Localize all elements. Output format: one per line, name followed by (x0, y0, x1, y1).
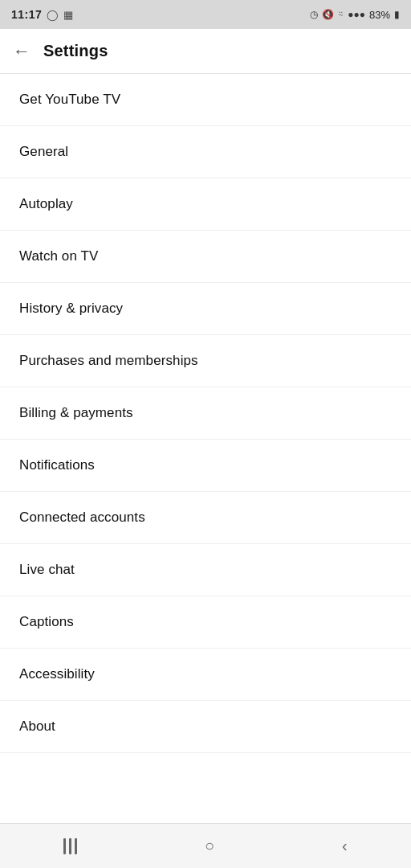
status-bar: 11:17 ◯ ▦ ◷ 🔇 ⍨ ●●● 83% ▮ (0, 0, 411, 29)
nav-back-icon: ‹ (342, 837, 348, 855)
settings-item-about[interactable]: About (0, 701, 411, 753)
status-bar-right: ◷ 🔇 ⍨ ●●● 83% ▮ (310, 9, 400, 21)
page-title: Settings (43, 42, 108, 60)
image-icon: ▦ (63, 9, 73, 21)
nav-bar: ○ ‹ (0, 823, 411, 868)
settings-header: ← Settings (0, 29, 411, 74)
settings-item-watch-on-tv[interactable]: Watch on TV (0, 231, 411, 283)
settings-item-label-notifications: Notifications (19, 457, 95, 473)
settings-item-history-privacy[interactable]: History & privacy (0, 283, 411, 335)
status-bar-left: 11:17 ◯ ▦ (11, 8, 73, 21)
settings-item-connected-accounts[interactable]: Connected accounts (0, 492, 411, 544)
settings-item-label-captions: Captions (19, 614, 74, 630)
menu-icon (63, 838, 77, 854)
settings-item-accessibility[interactable]: Accessibility (0, 649, 411, 701)
alarm-icon: ◷ (310, 9, 318, 20)
settings-item-label-purchases-memberships: Purchases and memberships (19, 353, 198, 369)
settings-item-label-accessibility: Accessibility (19, 666, 95, 682)
settings-item-label-watch-on-tv: Watch on TV (19, 248, 98, 264)
settings-item-label-connected-accounts: Connected accounts (19, 510, 145, 526)
settings-item-label-autoplay: Autoplay (19, 196, 73, 212)
messenger-icon: ◯ (47, 9, 59, 21)
settings-item-purchases-memberships[interactable]: Purchases and memberships (0, 335, 411, 387)
settings-item-notifications[interactable]: Notifications (0, 440, 411, 492)
settings-item-general[interactable]: General (0, 126, 411, 178)
settings-item-captions[interactable]: Captions (0, 596, 411, 649)
settings-item-autoplay[interactable]: Autoplay (0, 178, 411, 231)
settings-item-label-live-chat: Live chat (19, 562, 75, 578)
settings-list: Get YouTube TVGeneralAutoplayWatch on TV… (0, 74, 411, 823)
battery-icon: ▮ (394, 9, 400, 20)
settings-item-label-history-privacy: History & privacy (19, 301, 123, 317)
back-button[interactable]: ← (13, 41, 31, 62)
settings-item-billing-payments[interactable]: Billing & payments (0, 387, 411, 440)
wifi-icon: ⍨ (338, 9, 344, 20)
nav-back-button[interactable]: ‹ (323, 830, 367, 862)
settings-item-live-chat[interactable]: Live chat (0, 544, 411, 596)
mute-icon: 🔇 (322, 9, 334, 20)
settings-item-label-general: General (19, 144, 68, 160)
settings-item-label-billing-payments: Billing & payments (19, 405, 133, 421)
signal-icon: ●●● (348, 9, 365, 20)
battery-level: 83% (369, 9, 390, 21)
settings-item-label-get-youtube-tv: Get YouTube TV (19, 92, 120, 108)
settings-item-label-about: About (19, 719, 55, 735)
nav-menu-button[interactable] (44, 832, 96, 861)
home-circle-icon: ○ (205, 837, 214, 855)
settings-item-get-youtube-tv[interactable]: Get YouTube TV (0, 74, 411, 126)
status-time: 11:17 (11, 8, 42, 21)
nav-home-button[interactable]: ○ (185, 830, 234, 862)
